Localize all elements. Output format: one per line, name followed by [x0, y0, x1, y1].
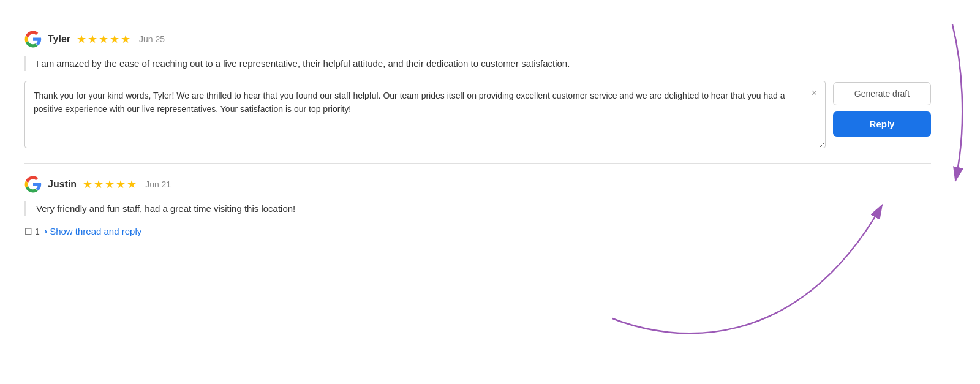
generate-draft-button[interactable]: Generate draft	[833, 82, 931, 105]
show-thread-row: ☐ 1 › Show thread and reply	[24, 226, 931, 236]
thread-icon-wrapper: ☐ 1	[24, 227, 40, 236]
reply-button-tyler[interactable]: Reply	[833, 111, 931, 137]
reply-textarea-wrapper: ×	[24, 81, 826, 151]
review-item-tyler: Tyler ★ ★ ★ ★ ★ Jun 25 I am amazed by th…	[24, 18, 931, 163]
star-j2: ★	[94, 178, 104, 191]
review-item-justin: Justin ★ ★ ★ ★ ★ Jun 21 Very friendly an…	[24, 163, 931, 249]
star-5: ★	[121, 32, 130, 46]
review-date-justin: Jun 21	[145, 179, 171, 189]
star-j3: ★	[105, 178, 115, 191]
thread-count: 1	[35, 227, 40, 236]
reviews-container: Tyler ★ ★ ★ ★ ★ Jun 25 I am amazed by th…	[0, 0, 956, 267]
google-logo-icon	[24, 31, 42, 48]
review-text-tyler: I am amazed by the ease of reaching out …	[36, 56, 931, 71]
google-logo-icon-justin	[24, 176, 42, 193]
review-date-tyler: Jun 25	[139, 34, 165, 44]
star-j1: ★	[83, 178, 92, 191]
star-4: ★	[110, 32, 119, 46]
reviewer-name-tyler: Tyler	[48, 34, 70, 45]
review-header-tyler: Tyler ★ ★ ★ ★ ★ Jun 25	[24, 31, 931, 48]
reply-actions-tyler: Generate draft Reply	[833, 81, 931, 137]
stars-tyler: ★ ★ ★ ★ ★	[77, 32, 130, 46]
comment-icon: ☐	[24, 227, 32, 236]
star-j5: ★	[127, 178, 137, 191]
reply-textarea-tyler[interactable]	[24, 81, 826, 148]
stars-justin: ★ ★ ★ ★ ★	[83, 178, 137, 191]
reviewer-name-justin: Justin	[48, 179, 77, 190]
review-text-container-justin: Very friendly and fun staff, had a great…	[24, 201, 931, 216]
star-3: ★	[99, 32, 108, 46]
clear-button-tyler[interactable]: ×	[809, 87, 820, 99]
star-1: ★	[77, 32, 86, 46]
chevron-right-icon: ›	[45, 227, 47, 236]
star-j4: ★	[116, 178, 126, 191]
show-thread-label: Show thread and reply	[50, 226, 141, 236]
reply-area-tyler: × Generate draft Reply	[24, 81, 931, 151]
review-text-justin: Very friendly and fun staff, had a great…	[36, 201, 931, 216]
review-header-justin: Justin ★ ★ ★ ★ ★ Jun 21	[24, 176, 931, 193]
star-2: ★	[88, 32, 97, 46]
show-thread-reply-link[interactable]: › Show thread and reply	[45, 226, 141, 236]
review-text-container-tyler: I am amazed by the ease of reaching out …	[24, 56, 931, 71]
